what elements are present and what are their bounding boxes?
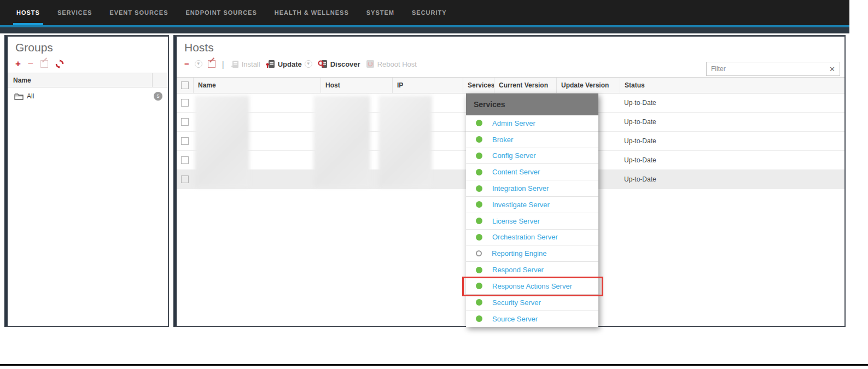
- nav-tab[interactable]: SERVICES: [49, 0, 101, 25]
- install-button[interactable]: Install: [231, 60, 260, 68]
- nav-tab-label: EVENT SOURCES: [109, 9, 168, 16]
- service-status-dot-icon: [476, 169, 482, 175]
- column-header-update-version[interactable]: Update Version: [556, 78, 620, 93]
- groups-panel: Groups + − Name: [4, 35, 169, 327]
- service-item[interactable]: Respond Server: [466, 262, 598, 278]
- service-item[interactable]: Investigate Server: [466, 197, 598, 213]
- row-checkbox[interactable]: [181, 99, 189, 107]
- service-status-dot-icon: [476, 250, 482, 256]
- nav-tab[interactable]: HEALTH & WELLNESS: [266, 0, 358, 25]
- column-header-status[interactable]: Status: [620, 78, 844, 93]
- reboot-host-label: Reboot Host: [377, 60, 417, 68]
- service-item[interactable]: Orchestration Server: [466, 230, 598, 246]
- discover-button[interactable]: Discover: [318, 60, 360, 68]
- service-item[interactable]: Integration Server: [466, 180, 598, 197]
- redacted-ip-block: [378, 96, 432, 188]
- add-group-icon[interactable]: +: [15, 60, 21, 68]
- row-checkbox[interactable]: [181, 156, 189, 164]
- column-header-name[interactable]: Name: [193, 78, 321, 93]
- refresh-groups-icon[interactable]: [55, 60, 64, 68]
- edit-host-icon[interactable]: [208, 60, 215, 68]
- group-count-badge: 5: [154, 92, 162, 101]
- service-status-dot-icon: [476, 267, 482, 273]
- reboot-host-button[interactable]: Reboot Host: [366, 60, 417, 68]
- service-status-dot-icon: [476, 299, 482, 306]
- column-header-current-version[interactable]: Current Version: [494, 78, 556, 93]
- hosts-table-header: Name Host IP Services Current Version Up…: [177, 77, 844, 93]
- update-options-chevron-icon[interactable]: ▼: [305, 60, 312, 68]
- service-link[interactable]: Integration Server: [492, 184, 549, 192]
- groups-panel-title: Groups: [8, 37, 168, 54]
- remove-options-chevron-icon[interactable]: ▼: [195, 60, 202, 68]
- hosts-panel-title: Hosts: [177, 37, 844, 54]
- host-status: Up-to-Date: [624, 99, 656, 107]
- nav-tab[interactable]: HOSTS: [8, 0, 49, 25]
- row-checkbox[interactable]: [181, 137, 189, 145]
- service-item[interactable]: Content Server: [466, 164, 598, 180]
- service-status-dot-icon: [476, 218, 482, 224]
- nav-tab[interactable]: SECURITY: [403, 0, 456, 25]
- service-item[interactable]: Reporting Engine: [466, 245, 598, 262]
- row-checkbox[interactable]: [181, 175, 189, 183]
- service-link[interactable]: Investigate Server: [492, 201, 550, 209]
- service-status-dot-icon: [476, 153, 482, 159]
- host-status: Up-to-Date: [624, 118, 656, 126]
- edit-group-icon[interactable]: [40, 60, 48, 68]
- nav-tab[interactable]: ENDPOINT SOURCES: [177, 0, 265, 25]
- redacted-name-block: [195, 96, 249, 188]
- service-link[interactable]: Admin Server: [492, 119, 535, 127]
- nav-tab[interactable]: EVENT SOURCES: [101, 0, 177, 25]
- service-item[interactable]: Security Server: [466, 295, 598, 311]
- groups-toolbar: + −: [8, 54, 168, 73]
- service-item[interactable]: Config Server: [466, 148, 598, 165]
- clear-filter-icon[interactable]: ✕: [825, 65, 840, 73]
- nav-tab[interactable]: SYSTEM: [358, 0, 403, 25]
- groups-name-header: Name: [8, 73, 168, 87]
- reboot-host-icon: [366, 60, 375, 68]
- update-icon: [266, 60, 275, 68]
- column-header-host[interactable]: Host: [321, 78, 392, 93]
- column-header-ip[interactable]: IP: [392, 78, 463, 93]
- group-row-all[interactable]: All 5: [8, 87, 168, 105]
- host-status: Up-to-Date: [624, 137, 656, 145]
- nav-tab-label: SERVICES: [57, 9, 92, 16]
- group-row-label: All: [27, 92, 34, 100]
- service-link[interactable]: Source Server: [492, 315, 538, 323]
- highlight-annotation: [462, 277, 603, 296]
- service-link[interactable]: Config Server: [492, 151, 535, 160]
- service-status-dot-icon: [476, 201, 482, 208]
- update-label: Update: [278, 60, 302, 68]
- service-link[interactable]: Content Server: [492, 168, 540, 176]
- discover-icon: [318, 60, 328, 68]
- service-link[interactable]: Broker: [492, 136, 513, 144]
- nav-tab-label: HOSTS: [16, 9, 40, 16]
- nav-tab-label: HEALTH & WELLNESS: [275, 9, 349, 16]
- filter-input[interactable]: [707, 65, 825, 73]
- groups-column-divider: [152, 73, 153, 87]
- service-link[interactable]: Respond Server: [492, 266, 544, 274]
- filter-box: ✕: [706, 62, 840, 76]
- service-link[interactable]: Reporting Engine: [492, 249, 546, 257]
- select-all-cell: [177, 78, 193, 93]
- page-bottom-rule: [0, 364, 868, 366]
- toolbar-divider: |: [221, 60, 225, 69]
- install-icon: [231, 60, 239, 68]
- select-all-checkbox[interactable]: [181, 81, 189, 89]
- groups-name-header-label: Name: [13, 77, 31, 84]
- remove-host-icon[interactable]: −: [184, 60, 189, 68]
- service-item[interactable]: License Server: [466, 213, 598, 230]
- service-item[interactable]: Broker: [466, 132, 598, 148]
- host-status: Up-to-Date: [624, 156, 656, 164]
- remove-group-icon[interactable]: −: [28, 60, 33, 68]
- service-link[interactable]: License Server: [492, 217, 540, 225]
- service-link[interactable]: Security Server: [492, 298, 541, 307]
- update-button[interactable]: Update ▼: [266, 60, 312, 68]
- row-checkbox[interactable]: [181, 118, 189, 126]
- column-header-services[interactable]: Services: [463, 78, 494, 93]
- service-link[interactable]: Orchestration Server: [492, 233, 558, 241]
- service-status-dot-icon: [476, 315, 482, 322]
- service-item[interactable]: Source Server: [466, 311, 598, 327]
- discover-label: Discover: [330, 60, 360, 68]
- service-item[interactable]: Admin Server: [466, 115, 598, 132]
- redacted-host-block: [313, 96, 370, 188]
